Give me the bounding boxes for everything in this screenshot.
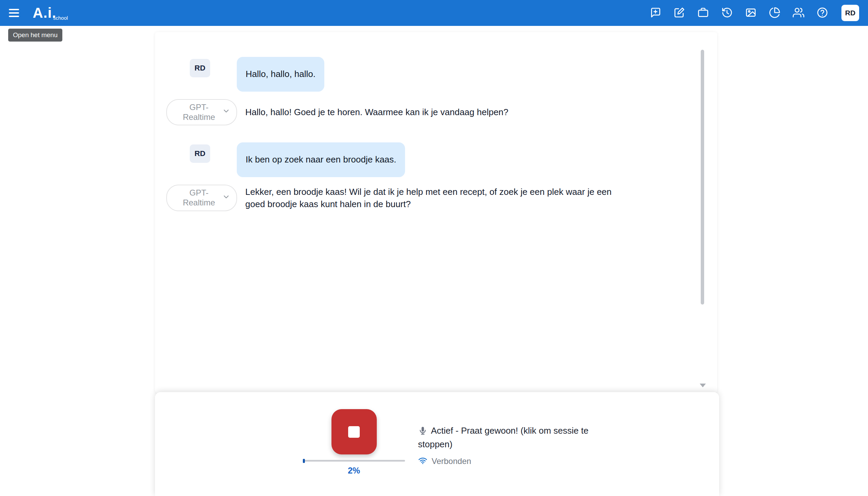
assistant-message-text: Hallo, hallo! Goed je te horen. Waarmee … <box>245 106 508 118</box>
help-icon <box>817 7 828 19</box>
user-avatar: RD <box>190 59 210 77</box>
wifi-icon <box>418 456 428 467</box>
chevron-down-icon <box>222 107 230 118</box>
briefcase-button[interactable] <box>696 5 711 20</box>
menu-tooltip: Open het menu <box>8 29 62 42</box>
chat-message-user: RD Hallo, hallo, hallo. <box>190 57 676 92</box>
user-avatar: RD <box>190 144 210 163</box>
logo-subtitle: school <box>53 15 68 21</box>
scroll-down-arrow[interactable] <box>700 384 706 387</box>
chat-message-user: RD Ik ben op zoek naar een broodje kaas. <box>190 142 676 177</box>
chat-scrollbar-thumb[interactable] <box>701 50 704 305</box>
users-icon <box>793 7 804 19</box>
profile-avatar[interactable]: RD <box>841 5 859 21</box>
stop-session-button[interactable] <box>331 409 377 454</box>
chevron-down-icon <box>222 193 230 203</box>
note-edit-icon <box>673 7 685 19</box>
progress-fill <box>303 459 305 463</box>
model-selector[interactable]: GPT-Realtime <box>166 185 237 211</box>
logo-title: A.i. <box>33 6 56 19</box>
model-label: GPT-Realtime <box>176 103 222 122</box>
pie-chart-icon <box>769 7 780 19</box>
briefcase-icon <box>697 7 709 19</box>
connection-status: Verbonden <box>432 456 471 466</box>
app-header: A.i. school RD <box>0 0 868 26</box>
microphone-icon <box>418 426 428 438</box>
mic-column: 2% <box>303 409 405 476</box>
status-text: Actief - Praat gewoon! (klik om sessie t… <box>418 425 588 449</box>
gallery-icon <box>745 7 757 19</box>
history-button[interactable] <box>719 5 734 20</box>
history-icon <box>721 7 733 19</box>
chat-message-assistant: GPT-Realtime Hallo, hallo! Goed je te ho… <box>166 99 676 126</box>
user-message-bubble: Hallo, hallo, hallo. <box>237 57 324 92</box>
new-chat-button[interactable] <box>648 5 663 20</box>
stop-icon <box>348 426 360 438</box>
connection-row: Verbonden <box>418 456 605 467</box>
chat-plus-icon <box>650 7 661 19</box>
model-label: GPT-Realtime <box>176 188 222 208</box>
progress-label: 2% <box>348 466 360 476</box>
assistant-message-text: Lekker, een broodje kaas! Wil je dat ik … <box>245 186 620 211</box>
model-selector[interactable]: GPT-Realtime <box>166 99 237 126</box>
session-status-block: Actief - Praat gewoon! (klik om sessie t… <box>418 425 605 467</box>
compose-note-button[interactable] <box>672 5 687 20</box>
chat-message-assistant: GPT-Realtime Lekker, een broodje kaas! W… <box>166 185 676 211</box>
gallery-button[interactable] <box>743 5 758 20</box>
session-status-text: Actief - Praat gewoon! (klik om sessie t… <box>418 425 605 450</box>
audio-level-bar <box>303 460 405 462</box>
menu-button[interactable] <box>9 5 24 20</box>
help-button[interactable] <box>815 5 830 20</box>
chat-panel: RD Hallo, hallo, hallo. GPT-Realtime Hal… <box>155 32 717 393</box>
users-button[interactable] <box>791 5 806 20</box>
app-logo[interactable]: A.i. school <box>33 6 65 19</box>
user-message-bubble: Ik ben op zoek naar een broodje kaas. <box>237 142 405 177</box>
voice-control-panel: 2% Actief - Praat gewoon! (klik om sessi… <box>155 392 719 496</box>
reports-button[interactable] <box>767 5 782 20</box>
